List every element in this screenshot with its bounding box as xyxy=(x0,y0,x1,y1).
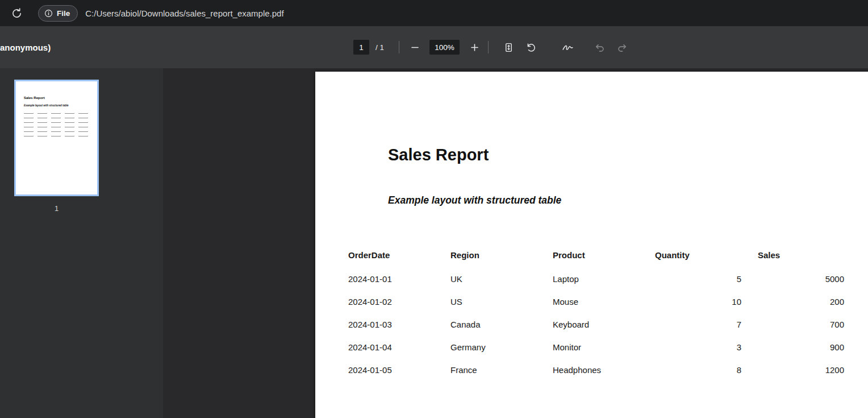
thumbnail-title-text: Sales Report xyxy=(24,96,45,100)
thumbnail-pane: Sales Report Example layout with structu… xyxy=(0,68,163,418)
table-row: 2024-01-05 France Headphones 8 1200 xyxy=(348,358,844,381)
page-number-input[interactable] xyxy=(353,40,369,55)
reload-icon xyxy=(11,8,22,19)
cell-region: US xyxy=(450,297,553,307)
cell-orderdate: 2024-01-03 xyxy=(348,320,450,329)
report-subtitle: Example layout with structured table xyxy=(388,194,561,206)
cell-region: France xyxy=(450,365,553,375)
table-row: 2024-01-03 Canada Keyboard 7 700 xyxy=(348,313,844,336)
cell-quantity: 8 xyxy=(655,365,741,375)
file-scheme-badge[interactable]: File xyxy=(38,5,78,22)
rotate-icon xyxy=(526,42,537,53)
cell-quantity: 5 xyxy=(655,274,741,284)
page-count-label: / 1 xyxy=(375,43,384,52)
cell-product: Monitor xyxy=(553,342,655,352)
redo-icon xyxy=(617,42,628,53)
thumbnail-subtitle-text: Example layout with structured table xyxy=(24,104,69,107)
info-icon xyxy=(44,9,53,18)
column-header-orderdate: OrderDate xyxy=(348,250,450,260)
cell-region: Germany xyxy=(450,342,553,352)
cell-orderdate: 2024-01-05 xyxy=(348,365,450,375)
table-row: 2024-01-01 UK Laptop 5 5000 xyxy=(348,267,844,290)
column-header-quantity: Quantity xyxy=(655,250,741,260)
sales-table: OrderDate Region Product Quantity Sales … xyxy=(348,242,844,381)
zoom-level: 100% xyxy=(429,40,460,55)
cell-region: Canada xyxy=(450,320,553,329)
cell-product: Mouse xyxy=(553,297,655,307)
cell-product: Keyboard xyxy=(553,320,655,329)
undo-icon xyxy=(594,42,605,53)
thumbnail-page-number: 1 xyxy=(16,204,97,213)
file-badge-label: File xyxy=(57,9,70,18)
pdf-page: Sales Report Example layout with structu… xyxy=(315,72,868,418)
report-title: Sales Report xyxy=(388,146,489,164)
cell-orderdate: 2024-01-02 xyxy=(348,297,450,307)
reload-button[interactable] xyxy=(6,2,27,24)
zoom-in-button[interactable] xyxy=(466,39,482,55)
address-bar: File C:/Users/abiol/Downloads/sales_repo… xyxy=(0,0,868,26)
cell-quantity: 7 xyxy=(655,320,741,329)
cell-sales: 5000 xyxy=(741,274,844,284)
redo-button[interactable] xyxy=(614,39,630,55)
zoom-out-button[interactable] xyxy=(407,39,423,55)
cell-sales: 900 xyxy=(741,342,844,352)
cell-region: UK xyxy=(450,274,553,284)
fit-to-page-icon xyxy=(503,42,514,53)
fit-to-page-button[interactable] xyxy=(500,39,516,55)
document-area: Sales Report Example layout with structu… xyxy=(163,68,868,418)
draw-button[interactable] xyxy=(560,39,575,55)
cell-quantity: 3 xyxy=(655,342,741,352)
rotate-button[interactable] xyxy=(523,39,539,55)
cell-sales: 1200 xyxy=(741,365,844,375)
cell-orderdate: 2024-01-04 xyxy=(348,342,450,352)
draw-ink-icon xyxy=(562,43,574,52)
url-text[interactable]: C:/Users/abiol/Downloads/sales_report_ex… xyxy=(85,9,283,18)
table-header-row: OrderDate Region Product Quantity Sales xyxy=(348,242,844,267)
cell-orderdate: 2024-01-01 xyxy=(348,274,450,284)
pdf-toolbar: anonymous) / 1 100% xyxy=(0,26,868,68)
viewer-content: Sales Report Example layout with structu… xyxy=(0,68,868,418)
zoom-out-icon xyxy=(410,43,420,52)
cell-product: Headphones xyxy=(553,365,655,375)
column-header-sales: Sales xyxy=(741,250,844,260)
cell-sales: 700 xyxy=(741,320,844,329)
cell-quantity: 10 xyxy=(655,297,741,307)
table-row: 2024-01-04 Germany Monitor 3 900 xyxy=(348,336,844,358)
toolbar-controls: / 1 100% xyxy=(353,26,630,68)
column-header-product: Product xyxy=(553,250,655,260)
thumbnail-table-sketch xyxy=(24,113,91,139)
undo-button[interactable] xyxy=(591,39,607,55)
document-title-label: anonymous) xyxy=(0,26,51,68)
column-header-region: Region xyxy=(450,250,553,260)
zoom-in-icon xyxy=(470,43,479,52)
cell-sales: 200 xyxy=(741,297,844,307)
toolbar-separator xyxy=(488,41,489,53)
table-row: 2024-01-02 US Mouse 10 200 xyxy=(348,290,844,313)
cell-product: Laptop xyxy=(553,274,655,284)
page-thumbnail[interactable]: Sales Report Example layout with structu… xyxy=(16,81,97,194)
toolbar-separator xyxy=(399,41,399,53)
